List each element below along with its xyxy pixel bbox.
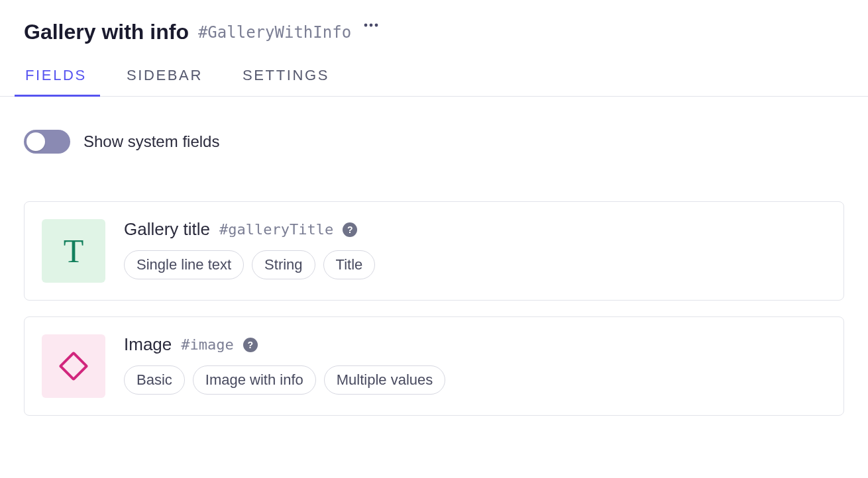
tab-settings[interactable]: SETTINGS — [241, 67, 331, 96]
field-tag: Image with info — [193, 365, 316, 395]
svg-point-2 — [375, 24, 378, 27]
tab-fields[interactable]: FIELDS — [24, 67, 88, 96]
more-actions-button[interactable] — [362, 16, 380, 34]
toggle-knob — [27, 132, 45, 151]
field-name: Image — [124, 334, 172, 355]
field-tag: Title — [323, 250, 376, 279]
field-id: #galleryTitle — [219, 221, 333, 238]
field-tag: String — [252, 250, 315, 279]
diamond-icon — [58, 351, 88, 381]
field-row[interactable]: Image #image ? Basic Image with info Mul… — [24, 316, 844, 416]
svg-point-0 — [364, 24, 368, 27]
content-type-id: #GalleryWithInfo — [198, 23, 351, 42]
field-id: #image — [181, 336, 233, 353]
show-system-fields-toggle[interactable] — [24, 130, 70, 154]
field-list: T Gallery title #galleryTitle ? Single l… — [24, 201, 844, 416]
tabs: FIELDS SIDEBAR SETTINGS — [0, 67, 868, 97]
field-tags: Basic Image with info Multiple values — [124, 365, 445, 395]
group-field-icon — [42, 334, 105, 398]
help-icon[interactable]: ? — [243, 338, 258, 352]
field-tag: Multiple values — [324, 365, 446, 395]
field-tag: Single line text — [124, 250, 244, 279]
page-title: Gallery with info — [24, 20, 189, 44]
field-row[interactable]: T Gallery title #galleryTitle ? Single l… — [24, 201, 844, 301]
help-icon[interactable]: ? — [343, 222, 357, 237]
dots-horizontal-icon — [364, 23, 378, 27]
toggle-label: Show system fields — [83, 132, 219, 151]
text-field-icon: T — [42, 219, 105, 283]
field-tags: Single line text String Title — [124, 250, 375, 279]
svg-point-1 — [370, 24, 373, 27]
tab-sidebar[interactable]: SIDEBAR — [125, 67, 204, 96]
field-tag: Basic — [124, 365, 185, 395]
field-name: Gallery title — [124, 219, 210, 240]
text-glyph-icon: T — [64, 232, 84, 270]
